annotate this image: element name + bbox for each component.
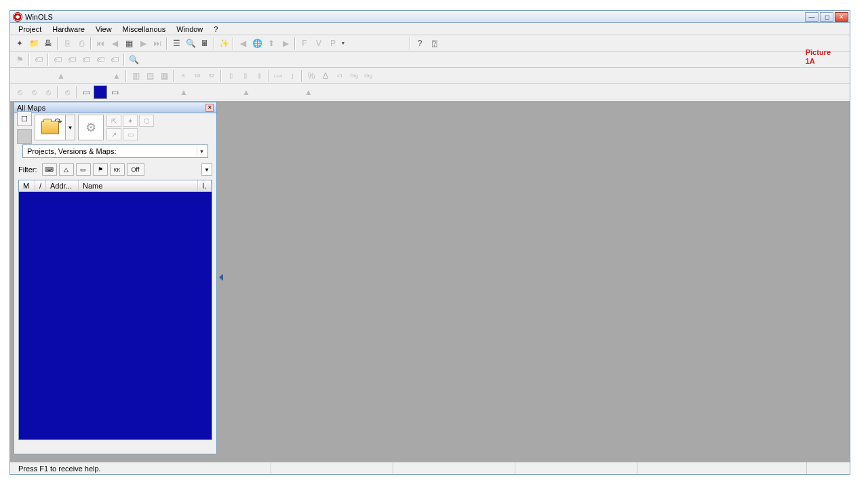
globe-icon[interactable]: 🌐 (250, 37, 264, 50)
tag4-icon: 🏷 (79, 53, 93, 66)
separator (220, 70, 222, 82)
combo-label: Projects, Versions & Maps: (27, 147, 116, 155)
zoom-icon[interactable]: 🔍 (184, 37, 197, 50)
last-icon: ⏭ (151, 37, 164, 50)
maps-list[interactable]: M / Addr... Name I. (18, 180, 212, 440)
open-folder-button[interactable] (35, 115, 65, 140)
tool3-icon: ⎋ (41, 85, 55, 99)
app-window: WinOLS — ◻ ✕ Project Hardware View Misce… (9, 10, 850, 475)
separator (301, 70, 302, 82)
dropdown-icon[interactable]: ▼ (340, 37, 346, 50)
menu-project[interactable]: Project (13, 24, 47, 35)
scroll3-icon: ▲ (177, 85, 191, 99)
mini3-icon[interactable]: ⬡ (139, 115, 154, 127)
col-slash[interactable]: / (35, 180, 46, 191)
panel-titlebar: All Maps ✕ (14, 102, 216, 113)
filter-btn-2[interactable]: △ (59, 163, 74, 176)
first-icon: ⏮ (94, 37, 107, 50)
separator (294, 37, 296, 50)
open-icon[interactable]: 📁 (27, 37, 41, 50)
col-addr[interactable]: Addr... (46, 180, 79, 191)
separator (268, 70, 269, 82)
filter-off-button[interactable]: Off (127, 163, 144, 176)
menu-help[interactable]: ? (208, 24, 223, 35)
tag3-icon: 🏷 (65, 53, 79, 66)
scroll-up2-icon: ▲ (110, 69, 123, 83)
close-button[interactable]: ✕ (835, 12, 848, 22)
x1-icon: ×1 (333, 69, 347, 83)
maximize-button[interactable]: ◻ (820, 12, 833, 22)
copy-icon: ⎘ (60, 37, 74, 50)
col-name[interactable]: Name (79, 180, 198, 191)
new-icon[interactable]: ✦ (13, 37, 26, 50)
window-buttons: — ◻ ✕ (805, 12, 848, 22)
doc-icon[interactable]: ☐ (17, 111, 32, 126)
splitter[interactable] (218, 237, 224, 318)
grid-icon[interactable]: ▦ (122, 37, 136, 50)
group3-icon: ⫴ (252, 69, 266, 83)
percent-icon: % (304, 69, 318, 83)
v-icon: V (312, 37, 326, 50)
content-area: All Maps ✕ ☐ ■ ▼ ⚙ ⇱ ✦ ⬡ (10, 101, 850, 462)
picture-label-line1: Picture (806, 48, 831, 57)
toolbar-3: ▲ ▲ ▥ ▤ ▦ 8 16 32 ⫴ ⫴ ⫴ LoHi ↕ % Δ ×1 Or… (10, 68, 850, 84)
separator (233, 37, 234, 50)
mini2-icon[interactable]: ✦ (123, 115, 138, 127)
bars3-icon: ▦ (157, 69, 171, 83)
color3-icon[interactable]: ▭ (108, 85, 121, 99)
mini4-icon[interactable]: ↗ (106, 128, 121, 140)
bars1-icon: ▥ (129, 69, 142, 83)
help-icon[interactable]: ? (413, 37, 427, 50)
filter-btn-5[interactable]: KK (110, 163, 125, 176)
nav-back-icon: ◀ (236, 37, 250, 50)
projects-combo[interactable]: Projects, Versions & Maps: ▼ (22, 144, 208, 158)
tag2-icon: 🏷 (51, 53, 64, 66)
print-icon[interactable]: 🖶 (41, 37, 55, 50)
list-icon[interactable]: ☰ (170, 37, 183, 50)
menu-hardware[interactable]: Hardware (47, 24, 90, 35)
menu-misc[interactable]: Miscellanous (117, 24, 172, 35)
separator (47, 54, 49, 66)
mini5-icon[interactable]: ▭ (123, 128, 138, 140)
mini1-icon[interactable]: ⇱ (106, 115, 121, 127)
bit32-icon: 32 (205, 69, 218, 83)
mini-icons: ⇱ ✦ ⬡ ↗ ▭ (106, 115, 154, 140)
separator (125, 70, 127, 82)
gray-icon: ■ (17, 129, 32, 144)
gear-button[interactable]: ⚙ (79, 115, 103, 140)
minimize-button[interactable]: — (805, 12, 818, 22)
status-cell-2 (271, 463, 393, 474)
color1-icon[interactable]: ▭ (79, 85, 93, 99)
titlebar: WinOLS — ◻ ✕ (10, 11, 850, 23)
p-icon: P (326, 37, 340, 50)
search-tag-icon: 🔍 (127, 53, 140, 66)
separator (57, 37, 58, 50)
nav-fwd-icon: ▶ (279, 37, 292, 50)
col-i[interactable]: I. (198, 180, 212, 191)
tag-icon: 🏷 (32, 53, 45, 66)
filter-btn-3[interactable]: ▭ (76, 163, 91, 176)
paste-icon: ⎙ (75, 37, 88, 50)
open-dropdown-button[interactable]: ▼ (65, 115, 75, 140)
scroll5-icon: ▲ (302, 85, 315, 99)
col-m[interactable]: M (19, 180, 35, 191)
color2-icon[interactable] (94, 85, 107, 99)
tool2-icon: ⎋ (27, 85, 41, 99)
panel-close-button[interactable]: ✕ (205, 104, 214, 112)
context-help-icon[interactable]: ⍰ (427, 37, 441, 50)
separator (173, 70, 174, 82)
panel-title-text: All Maps (17, 104, 45, 112)
filter-btn-1[interactable]: ⌨ (42, 163, 57, 176)
tag6-icon: 🏷 (108, 53, 121, 66)
status-cell-6 (806, 463, 847, 474)
filter-btn-4[interactable]: ⚑ (93, 163, 108, 176)
calc-icon[interactable]: 🖩 (198, 37, 212, 50)
filter-dropdown[interactable]: ▼ (201, 163, 212, 176)
collapse-left-icon (219, 274, 223, 281)
tool4-icon: ⎋ (60, 85, 74, 99)
menu-window[interactable]: Window (171, 24, 208, 35)
group2-icon: ⫴ (238, 69, 252, 83)
status-cell-3 (393, 463, 515, 474)
menu-view[interactable]: View (90, 24, 117, 35)
picture-label: Picture 1A (806, 48, 831, 66)
